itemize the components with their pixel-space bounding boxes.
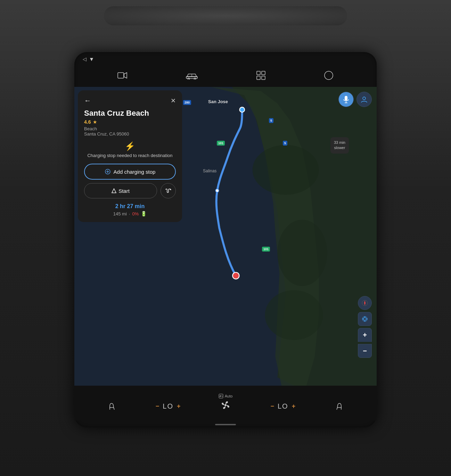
svg-point-21 bbox=[363, 97, 366, 100]
trip-details: 145 mi · 0% 🔋 bbox=[84, 211, 176, 216]
trip-info: 2 hr 27 min 145 mi · 0% 🔋 bbox=[84, 203, 176, 216]
svg-rect-0 bbox=[118, 73, 124, 78]
svg-point-12 bbox=[253, 145, 319, 195]
compass-button[interactable] bbox=[358, 296, 372, 310]
svg-rect-18 bbox=[345, 96, 347, 100]
account-button[interactable] bbox=[356, 92, 372, 107]
climate-row: − LO + − LO bbox=[74, 400, 377, 413]
start-button[interactable]: Start bbox=[84, 183, 157, 198]
svg-point-10 bbox=[325, 71, 333, 80]
panel-header: ← ✕ bbox=[84, 97, 176, 105]
svg-marker-1 bbox=[124, 73, 127, 78]
locate-button[interactable] bbox=[358, 312, 372, 326]
zoom-out-label: − bbox=[363, 347, 367, 355]
svg-point-16 bbox=[240, 107, 245, 112]
left-temp-decrease[interactable]: − bbox=[156, 403, 159, 410]
map-background[interactable]: San Jose Salinas 280 101 5 5 101 33 min … bbox=[74, 87, 377, 386]
seat-left-icon bbox=[108, 400, 116, 412]
fan-icon bbox=[220, 400, 231, 413]
right-temp-level: LO bbox=[278, 402, 288, 410]
battery-percent: 0% bbox=[132, 211, 139, 216]
bottom-climate-bar: Auto − LO + bbox=[74, 386, 377, 420]
zoom-out-button[interactable]: − bbox=[358, 344, 372, 358]
trip-distance: 145 mi bbox=[113, 211, 127, 216]
svg-rect-9 bbox=[262, 76, 265, 80]
main-content: San Jose Salinas 280 101 5 5 101 33 min … bbox=[74, 87, 377, 386]
panel-close-button[interactable]: ✕ bbox=[171, 97, 176, 105]
nav-arrow-icon: ◁ bbox=[83, 56, 87, 62]
seat-right-icon bbox=[335, 400, 343, 412]
svg-rect-6 bbox=[257, 71, 260, 75]
svg-point-37 bbox=[224, 404, 227, 406]
highway-101-label: 101 bbox=[217, 141, 225, 146]
left-temp-level: LO bbox=[163, 402, 173, 410]
svg-point-24 bbox=[363, 318, 366, 320]
trip-time: 2 hr 27 min bbox=[84, 203, 176, 210]
camera-icon[interactable] bbox=[117, 72, 127, 81]
add-charging-stop-button[interactable]: Add charging stop bbox=[84, 164, 176, 180]
grid-icon[interactable] bbox=[256, 71, 265, 82]
auto-icon bbox=[219, 394, 223, 399]
add-charging-label: Add charging stop bbox=[114, 169, 156, 175]
right-climate-ctrl: − LO + bbox=[270, 402, 295, 410]
svg-rect-7 bbox=[262, 71, 265, 75]
rating-star: ★ bbox=[93, 119, 97, 125]
map-controls: + − bbox=[358, 296, 372, 358]
charging-pin-icon bbox=[105, 169, 111, 175]
place-address: Santa Cruz, CA 95060 bbox=[84, 131, 176, 137]
action-row: Start bbox=[84, 183, 176, 198]
highway-280-label: 280 bbox=[183, 100, 191, 105]
charging-notice: ⚡ Charging stop needed to reach destinat… bbox=[84, 141, 176, 159]
right-temp-increase[interactable]: + bbox=[292, 403, 296, 410]
salinas-map-label: Salinas bbox=[203, 169, 216, 173]
rating-row: 4.6 ★ bbox=[84, 119, 176, 125]
info-panel: ← ✕ Santa Cruz Beach 4.6 ★ Beach Santa C… bbox=[78, 90, 182, 222]
charging-text: Charging stop needed to reach destinatio… bbox=[84, 153, 176, 159]
map-top-right-controls bbox=[338, 92, 372, 107]
panel-back-button[interactable]: ← bbox=[84, 97, 91, 105]
mic-button[interactable] bbox=[338, 92, 354, 107]
speaker-grille bbox=[104, 6, 347, 25]
highway-101b-label: 101 bbox=[262, 247, 270, 252]
place-type: Beach bbox=[84, 126, 176, 131]
svg-point-15 bbox=[232, 272, 239, 279]
trip-separator: · bbox=[129, 211, 130, 216]
start-icon bbox=[112, 188, 116, 193]
svg-rect-35 bbox=[219, 394, 223, 398]
battery-icon: 🔋 bbox=[141, 211, 147, 216]
start-label: Start bbox=[118, 188, 130, 194]
wifi-icon: ▾ bbox=[90, 55, 93, 63]
bolt-icon: ⚡ bbox=[84, 141, 176, 151]
svg-point-25 bbox=[362, 317, 367, 321]
traffic-badge: 33 min slower bbox=[330, 137, 349, 154]
highway-5-label: 5 bbox=[269, 118, 273, 123]
svg-point-13 bbox=[277, 220, 327, 286]
svg-point-14 bbox=[265, 290, 323, 340]
zoom-in-label: + bbox=[363, 331, 367, 339]
svg-rect-8 bbox=[257, 76, 260, 80]
screen-bezel: ◁ ▾ bbox=[74, 52, 377, 427]
svg-marker-33 bbox=[112, 189, 116, 193]
left-temp-increase[interactable]: + bbox=[177, 403, 181, 410]
svg-marker-22 bbox=[364, 301, 366, 305]
bottom-handle bbox=[215, 424, 236, 425]
highway-5b-label: 5 bbox=[283, 141, 287, 146]
left-climate-ctrl: − LO + bbox=[156, 402, 181, 410]
place-name: Santa Cruz Beach bbox=[84, 109, 176, 118]
svg-point-17 bbox=[215, 189, 219, 192]
auto-text: Auto bbox=[225, 394, 233, 398]
san-jose-map-label: San Jose bbox=[208, 99, 228, 104]
car-surround: ◁ ▾ bbox=[0, 0, 451, 476]
auto-label-row: Auto bbox=[219, 394, 233, 399]
rating-number: 4.6 bbox=[84, 119, 91, 125]
status-bar: ◁ ▾ bbox=[74, 52, 377, 66]
zoom-in-button[interactable]: + bbox=[358, 328, 372, 342]
route-options-icon bbox=[165, 188, 171, 193]
right-temp-decrease[interactable]: − bbox=[270, 403, 274, 410]
car-nav-icon[interactable] bbox=[186, 71, 198, 82]
traffic-text: 33 min slower bbox=[334, 140, 345, 150]
circle-nav-icon[interactable] bbox=[324, 71, 334, 83]
top-nav bbox=[74, 66, 377, 87]
route-options-button[interactable] bbox=[161, 183, 176, 198]
